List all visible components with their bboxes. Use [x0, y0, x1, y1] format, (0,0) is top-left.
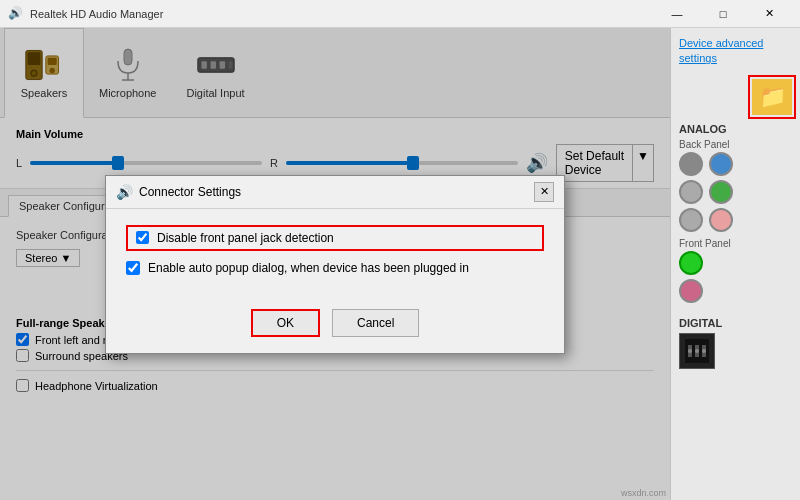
auto-popup-row: Enable auto popup dialog, when device ha… [126, 261, 544, 275]
modal-footer: OK Cancel [106, 301, 564, 353]
app-title: Realtek HD Audio Manager [30, 8, 654, 20]
analog-title: ANALOG [679, 123, 792, 135]
folder-icon: 📁 [752, 79, 792, 115]
close-button[interactable]: ✕ [746, 0, 792, 28]
right-panel: Device advanced settings 📁 ANALOG Back P… [670, 28, 800, 500]
modal-overlay: 🔊 Connector Settings ✕ Disable front pan… [0, 28, 670, 500]
back-panel-jacks [679, 152, 792, 232]
auto-popup-label: Enable auto popup dialog, when device ha… [148, 261, 469, 275]
jack-back-5[interactable] [679, 208, 703, 232]
modal-content: Disable front panel jack detection Enabl… [106, 209, 564, 301]
connector-settings-modal: 🔊 Connector Settings ✕ Disable front pan… [105, 175, 565, 354]
cancel-button[interactable]: Cancel [332, 309, 419, 337]
left-panel: Speakers Microphone [0, 28, 670, 500]
analog-section: ANALOG Back Panel Front Panel [671, 119, 800, 313]
disable-front-panel-label: Disable front panel jack detection [157, 231, 334, 245]
jack-back-3[interactable] [679, 180, 703, 204]
app-icon: 🔊 [8, 6, 24, 22]
digital-section: DIGITAL [671, 313, 800, 373]
jack-front-2[interactable] [679, 279, 703, 303]
advanced-settings-link[interactable]: Device advanced settings [671, 28, 800, 75]
disable-front-panel-checkbox[interactable] [136, 231, 149, 244]
ok-button[interactable]: OK [251, 309, 320, 337]
jack-back-6[interactable] [709, 208, 733, 232]
auto-popup-checkbox[interactable] [126, 261, 140, 275]
titlebar: 🔊 Realtek HD Audio Manager — □ ✕ [0, 0, 800, 28]
back-panel-label: Back Panel [679, 139, 792, 150]
jack-back-2[interactable] [709, 152, 733, 176]
digital-port-icon[interactable] [679, 333, 715, 369]
modal-close-button[interactable]: ✕ [534, 182, 554, 202]
jack-back-1[interactable] [679, 152, 703, 176]
modal-title: Connector Settings [139, 185, 528, 199]
disable-front-panel-row: Disable front panel jack detection [126, 225, 544, 251]
window-controls: — □ ✕ [654, 0, 792, 28]
modal-title-icon: 🔊 [116, 184, 133, 200]
svg-point-27 [688, 349, 692, 353]
minimize-button[interactable]: — [654, 0, 700, 28]
svg-point-28 [695, 349, 699, 353]
main-container: Speakers Microphone [0, 28, 800, 500]
front-panel-jacks [679, 251, 792, 303]
svg-point-29 [702, 349, 706, 353]
digital-title: DIGITAL [679, 317, 792, 329]
jack-front-1[interactable] [679, 251, 703, 275]
jack-back-4[interactable] [709, 180, 733, 204]
modal-titlebar: 🔊 Connector Settings ✕ [106, 176, 564, 209]
analog-settings-button[interactable]: 📁 [748, 75, 796, 119]
front-panel-label: Front Panel [679, 238, 792, 249]
maximize-button[interactable]: □ [700, 0, 746, 28]
